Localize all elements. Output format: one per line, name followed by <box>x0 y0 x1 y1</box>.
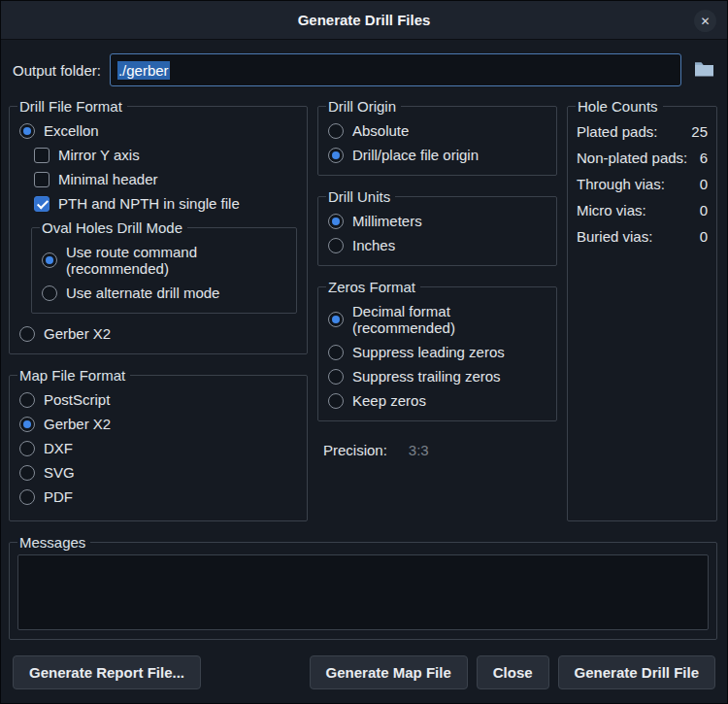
checkbox-pth-npth-single-file[interactable]: PTH and NPTH in single file <box>32 191 299 216</box>
radio-icon <box>19 441 35 456</box>
radio-icon <box>19 489 35 505</box>
radio-icon <box>328 238 344 253</box>
radio-pdf[interactable]: PDF <box>17 485 299 509</box>
radio-icon <box>328 148 344 163</box>
radio-gerber-x2-drill[interactable]: Gerber X2 <box>17 321 299 346</box>
output-folder-label: Output folder: <box>13 62 101 79</box>
radio-icon <box>328 369 344 385</box>
precision-row: Precision: 3:3 <box>317 434 557 466</box>
hole-count-value: 6 <box>700 150 708 166</box>
group-drill-origin: Drill Origin Absolute Drill/place file o… <box>317 98 557 176</box>
radio-svg[interactable]: SVG <box>17 460 299 485</box>
radio-postscript[interactable]: PostScript <box>17 387 299 412</box>
radio-icon <box>19 417 35 432</box>
radio-absolute[interactable]: Absolute <box>326 118 548 143</box>
group-title: Drill Units <box>326 188 395 205</box>
hole-count-row: Through vias: 0 <box>576 171 709 197</box>
hole-count-label: Non-plated pads: <box>577 150 687 166</box>
hole-count-row: Buried vias: 0 <box>576 223 709 250</box>
radio-icon <box>328 123 344 139</box>
checkbox-icon <box>34 148 50 163</box>
radio-icon <box>19 326 35 342</box>
hole-count-value: 0 <box>700 228 708 245</box>
group-oval-holes-drill-mode: Oval Holes Drill Mode Use route command … <box>31 219 297 314</box>
radio-suppress-trailing-zeros[interactable]: Suppress trailing zeros <box>326 364 548 388</box>
group-title: Messages <box>17 534 90 551</box>
group-map-file-format: Map File Format PostScript Gerber X2 DXF… <box>9 367 308 521</box>
group-title: Drill Origin <box>326 98 401 115</box>
radio-inches[interactable]: Inches <box>326 233 548 257</box>
generate-map-button[interactable]: Generate Map File <box>310 655 468 689</box>
radio-map-gerber-x2[interactable]: Gerber X2 <box>17 412 299 436</box>
window-title: Generate Drill Files <box>298 12 431 28</box>
radio-drill-place-file-origin[interactable]: Drill/place file origin <box>326 143 548 167</box>
precision-value: 3:3 <box>409 442 429 458</box>
close-icon[interactable]: ✕ <box>694 10 716 32</box>
radio-decimal-format[interactable]: Decimal format (recommended) <box>326 299 548 340</box>
group-drill-units: Drill Units Millimeters Inches <box>317 188 557 266</box>
radio-icon <box>19 392 35 408</box>
browse-folder-button[interactable] <box>690 56 717 84</box>
output-folder-row: Output folder: ./gerber <box>1 40 727 98</box>
hole-count-row: Plated pads: 25 <box>576 118 709 145</box>
checkbox-minimal-header[interactable]: Minimal header <box>32 167 299 191</box>
hole-count-label: Through vias: <box>577 176 665 192</box>
group-drill-file-format: Drill File Format Excellon Mirror Y axis… <box>9 98 308 354</box>
titlebar: Generate Drill Files ✕ <box>1 1 727 40</box>
generate-drill-files-dialog: Generate Drill Files ✕ Output folder: ./… <box>0 0 728 704</box>
radio-icon <box>328 345 344 360</box>
hole-count-label: Micro vias: <box>577 202 646 218</box>
hole-count-value: 0 <box>700 176 708 192</box>
radio-use-route-command[interactable]: Use route command (recommended) <box>40 240 288 281</box>
group-title: Hole Counts <box>576 98 663 115</box>
folder-icon <box>694 60 714 80</box>
dialog-button-row: Generate Report File... Generate Map Fil… <box>1 650 727 703</box>
group-hole-counts: Hole Counts Plated pads: 25 Non-plated p… <box>567 98 717 521</box>
radio-use-alternate-drill-mode[interactable]: Use alternate drill mode <box>40 281 288 305</box>
group-messages: Messages <box>9 534 717 640</box>
generate-report-button[interactable]: Generate Report File... <box>13 655 201 689</box>
group-title: Zeros Format <box>326 279 420 295</box>
hole-count-value: 25 <box>691 123 708 140</box>
precision-label: Precision: <box>323 442 387 458</box>
radio-icon <box>328 312 344 327</box>
right-column: Hole Counts Plated pads: 25 Non-plated p… <box>567 98 717 534</box>
output-folder-value: ./gerber <box>117 61 170 80</box>
radio-millimeters[interactable]: Millimeters <box>326 209 548 233</box>
radio-icon <box>328 214 344 229</box>
hole-count-row: Non-plated pads: 6 <box>576 145 709 171</box>
group-title: Map File Format <box>17 367 130 384</box>
radio-dxf[interactable]: DXF <box>17 436 299 460</box>
radio-icon <box>328 393 344 409</box>
hole-count-row: Micro vias: 0 <box>576 197 709 223</box>
left-column: Drill File Format Excellon Mirror Y axis… <box>9 98 308 534</box>
messages-textarea[interactable] <box>17 554 709 630</box>
generate-drill-button[interactable]: Generate Drill File <box>558 655 715 689</box>
close-dialog-button[interactable]: Close <box>477 655 549 689</box>
checkbox-icon <box>34 172 50 187</box>
radio-excellon[interactable]: Excellon <box>17 118 299 143</box>
hole-count-label: Plated pads: <box>577 123 657 140</box>
radio-icon <box>42 252 57 268</box>
radio-icon <box>19 123 35 139</box>
radio-keep-zeros[interactable]: Keep zeros <box>326 388 548 413</box>
radio-icon <box>42 285 57 301</box>
middle-column: Drill Origin Absolute Drill/place file o… <box>317 98 557 534</box>
radio-suppress-leading-zeros[interactable]: Suppress leading zeros <box>326 340 548 364</box>
radio-icon <box>19 465 35 481</box>
group-title: Drill File Format <box>17 98 127 115</box>
hole-count-value: 0 <box>700 202 708 218</box>
checkbox-mirror-y-axis[interactable]: Mirror Y axis <box>32 143 299 167</box>
options-columns: Drill File Format Excellon Mirror Y axis… <box>1 98 727 534</box>
hole-count-label: Buried vias: <box>577 228 652 245</box>
output-folder-input[interactable]: ./gerber <box>110 53 681 86</box>
group-title: Oval Holes Drill Mode <box>40 219 187 236</box>
checkbox-checked-icon <box>34 196 50 212</box>
group-zeros-format: Zeros Format Decimal format (recommended… <box>317 279 557 421</box>
